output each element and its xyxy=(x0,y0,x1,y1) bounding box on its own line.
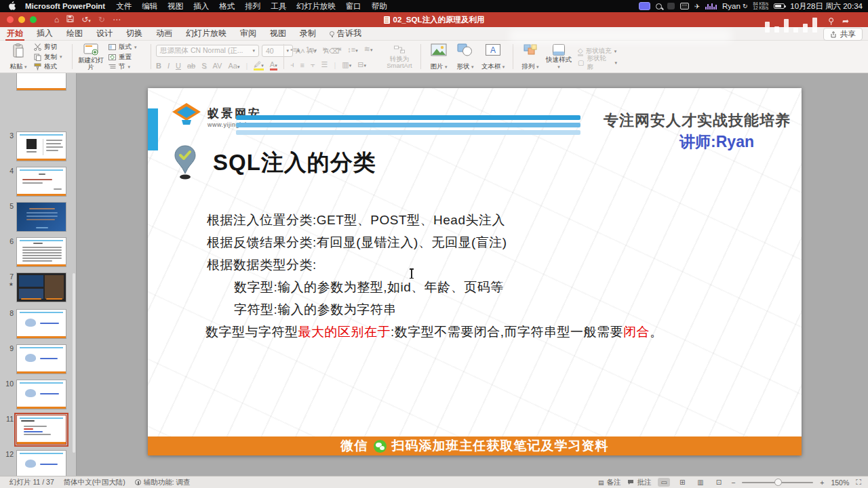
tab-record[interactable]: 录制 xyxy=(293,27,323,41)
network-speed-monitor[interactable]: 84 KB/s12 KB/s xyxy=(753,2,768,11)
font-color-icon[interactable]: A▾ xyxy=(270,60,277,70)
layout-button[interactable]: 版式 ▾ xyxy=(108,43,146,52)
tab-home[interactable]: 开始 xyxy=(0,27,30,41)
zoom-slider-knob[interactable] xyxy=(774,479,782,486)
line-spacing-icon[interactable]: ↕≡▾ xyxy=(347,45,357,54)
thumbnail-slide-11-selected[interactable] xyxy=(16,415,66,445)
zoom-out-button[interactable]: − xyxy=(731,479,735,487)
slide-tagline[interactable]: 专注网安人才实战技能培养 xyxy=(604,110,791,131)
highlight-color-icon[interactable]: 🖉▾ xyxy=(254,60,264,70)
tab-transitions[interactable]: 切换 xyxy=(119,27,149,41)
menu-slideshow[interactable]: 幻灯片放映 xyxy=(296,1,336,12)
quick-styles-button[interactable]: 快速样式 ▾ xyxy=(544,42,574,72)
rotate-text-icon[interactable]: ⊟▾ xyxy=(357,60,366,69)
body-line-1[interactable]: 根据注入位置分类:GET型、POST型、Head头注入 xyxy=(207,211,505,229)
vpn-status-icon[interactable]: ✈ xyxy=(694,3,700,10)
thumbnail-slide-7[interactable] xyxy=(16,272,66,302)
lecturer-name[interactable]: 讲师:Ryan xyxy=(679,131,754,152)
zoom-window-button[interactable] xyxy=(30,16,37,23)
menu-file[interactable]: 文件 xyxy=(116,1,132,12)
body-line-3[interactable]: 根据数据类型分类: xyxy=(207,256,317,274)
align-right-icon[interactable]: ⫟ xyxy=(311,60,315,69)
tab-draw[interactable]: 绘图 xyxy=(60,27,90,41)
app-status-icon[interactable] xyxy=(667,3,675,9)
display-status-icon[interactable] xyxy=(639,2,650,10)
minimize-window-button[interactable] xyxy=(18,16,25,23)
thumbnail-slide-9[interactable] xyxy=(16,344,66,374)
thumbnail-slide-4[interactable] xyxy=(16,167,66,197)
audio-wave-icon[interactable] xyxy=(705,3,717,9)
fit-to-window-button[interactable]: ⛶ xyxy=(856,478,861,487)
zoom-in-button[interactable]: + xyxy=(820,479,824,487)
convert-smartart-button[interactable]: 转换为SmartArt xyxy=(383,42,416,72)
body-line-2[interactable]: 根据反馈结果分类:有回显(显错注入)、无回显(盲注) xyxy=(207,234,507,251)
italic-icon[interactable]: I xyxy=(167,62,170,70)
picture-button[interactable]: 图片 ▾ xyxy=(426,42,452,72)
bold-icon[interactable]: B xyxy=(156,62,161,70)
tab-review[interactable]: 审阅 xyxy=(233,27,263,41)
copy-button[interactable]: 复制 ▾ xyxy=(34,53,69,62)
character-spacing-icon[interactable]: A︎V xyxy=(213,62,222,70)
menu-tools[interactable]: 工具 xyxy=(271,1,286,12)
thumbnail-slide-10[interactable] xyxy=(16,380,66,409)
comments-toggle[interactable]: 批注 xyxy=(627,478,651,487)
menu-format[interactable]: 格式 xyxy=(219,1,235,12)
keyboard-status-icon[interactable] xyxy=(680,3,689,9)
format-painter-button[interactable]: 格式 xyxy=(34,62,69,71)
increase-indent-icon[interactable]: ⇥ xyxy=(335,45,341,54)
zoom-percentage[interactable]: 150% xyxy=(831,479,849,487)
slide-title-block[interactable]: SQL注入的分类 xyxy=(174,145,376,180)
align-center-icon[interactable]: ≡ xyxy=(300,61,304,69)
tab-slideshow[interactable]: 幻灯片放映 xyxy=(179,27,233,41)
columns-icon[interactable]: ▥▾ xyxy=(342,60,351,69)
thumbnail-slide-5[interactable] xyxy=(16,202,66,232)
footer-banner[interactable]: 微信 扫码添加班主任获取笔记及学习资料 xyxy=(148,436,802,455)
textbox-button[interactable]: A 文本框 ▾ xyxy=(479,42,507,72)
apple-menu-icon[interactable] xyxy=(8,1,16,12)
new-slide-button[interactable]: 新建幻灯片 xyxy=(76,42,106,72)
arrange-button[interactable]: 排列 ▾ xyxy=(518,42,542,72)
thumbnail-slide-6[interactable] xyxy=(16,237,66,267)
underline-icon[interactable]: U xyxy=(176,62,181,70)
text-direction-icon[interactable]: ≋▾ xyxy=(364,45,373,54)
close-window-button[interactable] xyxy=(7,16,14,23)
user-menu[interactable]: Ryan↻ xyxy=(722,2,747,10)
shapes-button[interactable]: 形状 ▾ xyxy=(453,42,477,72)
thumbnail-slide-12[interactable] xyxy=(16,450,66,476)
menu-clock[interactable]: 10月28日 周六 20:34 xyxy=(790,1,863,12)
body-line-6[interactable]: 数字型与字符型最大的区别在于:数字型不需要闭合,而字符串型一般需要闭合。 xyxy=(205,323,663,341)
bullet-list-icon[interactable]: •≡▾ xyxy=(290,45,300,54)
normal-view-button[interactable]: ▭ xyxy=(658,478,669,487)
body-line-4[interactable]: 数字型:输入的参数为整型,如id、年龄、页码等 xyxy=(234,279,504,296)
cut-button[interactable]: 剪切 xyxy=(34,43,69,52)
font-name-select[interactable]: 思源黑体 CN Normal (正...▾ xyxy=(156,45,259,57)
tab-insert[interactable]: 插入 xyxy=(30,27,60,41)
thumbnails-scrollbar[interactable] xyxy=(73,273,75,453)
menu-window[interactable]: 窗口 xyxy=(346,1,361,12)
zoom-slider[interactable] xyxy=(742,482,813,483)
menu-insert[interactable]: 插入 xyxy=(193,1,209,12)
more-commands-icon[interactable]: ⋯ xyxy=(113,15,121,24)
save-icon[interactable] xyxy=(66,15,74,24)
language-indicator[interactable]: 简体中文(中国大陆) xyxy=(64,478,125,487)
menu-view[interactable]: 视图 xyxy=(167,1,183,12)
tab-view[interactable]: 视图 xyxy=(263,27,293,41)
font-size-select[interactable]: 40▾ xyxy=(262,45,293,57)
body-line-5[interactable]: 字符型:输入的参数为字符串 xyxy=(234,301,397,319)
share-button[interactable]: 共享 xyxy=(823,28,863,41)
slide-sorter-view-button[interactable]: ⊞ xyxy=(677,478,688,487)
menu-app-name[interactable]: Microsoft PowerPoint xyxy=(25,2,105,10)
tab-tell-me[interactable]: 告诉我 xyxy=(323,27,368,41)
reset-button[interactable]: 重置 xyxy=(108,53,146,62)
accessibility-status[interactable]: 辅助功能: 调查 xyxy=(135,478,191,487)
text-shadow-icon[interactable]: S xyxy=(201,62,206,70)
shape-outline-button[interactable]: ▢ 形状轮廓 ▾ xyxy=(578,58,617,67)
section-button[interactable]: 节 ▾ xyxy=(108,62,146,71)
undo-icon[interactable]: ↺▾ xyxy=(81,15,91,24)
justify-icon[interactable]: ☰ xyxy=(321,60,328,69)
thumbnail-slide-1[interactable] xyxy=(16,73,66,91)
search-status-icon[interactable] xyxy=(656,3,662,9)
menu-arrange[interactable]: 排列 xyxy=(245,1,260,12)
strikethrough-icon[interactable]: ab xyxy=(187,62,195,70)
menu-help[interactable]: 帮助 xyxy=(372,1,387,12)
